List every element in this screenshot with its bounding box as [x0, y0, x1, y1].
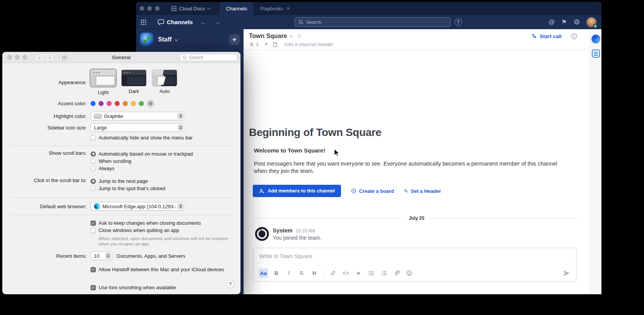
playbooks-app-icon[interactable]	[592, 50, 600, 58]
team-globe-icon[interactable]	[140, 33, 154, 46]
scroll-bars-row: Show scroll bars: Automatically based on…	[2, 150, 240, 172]
accent-red[interactable]	[115, 101, 120, 106]
show-all-preferences-button[interactable]	[59, 54, 70, 61]
highlight-color-select[interactable]: Graphite	[91, 112, 185, 120]
default-browser-select[interactable]: Microsoft Edge.app (104.0.1293.63)	[91, 202, 185, 211]
minimize-window-button[interactable]	[147, 6, 152, 11]
scrollclick-option-next-page[interactable]: Jump to the next page	[91, 177, 165, 185]
history-forward-button[interactable]: →	[214, 19, 221, 25]
italic-button[interactable]: I	[284, 269, 293, 278]
heading-button[interactable]: H	[310, 269, 319, 278]
tab-playbooks[interactable]: Playbooks ×	[254, 2, 296, 15]
global-search-box[interactable]	[295, 17, 451, 27]
message-author[interactable]: System	[273, 227, 293, 234]
search-input[interactable]	[306, 20, 447, 25]
user-avatar[interactable]: ✓	[586, 17, 596, 27]
radio-selected[interactable]	[91, 151, 96, 157]
font-smoothing-checkbox[interactable]: ✓	[91, 285, 96, 290]
quote-button[interactable]: “	[354, 269, 363, 278]
radio[interactable]	[91, 159, 96, 164]
radio-selected[interactable]	[91, 179, 96, 184]
back-button[interactable]: ‹	[35, 54, 44, 61]
team-name-menu[interactable]: Staff	[158, 36, 178, 43]
close-window-button[interactable]	[140, 6, 144, 11]
handoff-option[interactable]: ✓ Allow Handoff between this Mac and you…	[91, 266, 224, 273]
link-button[interactable]	[328, 269, 338, 278]
numbered-list-button[interactable]: 1 2	[379, 269, 389, 278]
start-call-button[interactable]: Start call	[532, 33, 562, 39]
accent-graphite-selected[interactable]	[147, 100, 154, 107]
send-message-button[interactable]	[563, 270, 570, 277]
boards-app-icon[interactable]	[591, 35, 600, 43]
sidebar-icon-size-select[interactable]: Large	[91, 123, 185, 132]
history-back-button[interactable]: ←	[201, 19, 207, 25]
message-input[interactable]	[259, 253, 570, 259]
channel-name[interactable]: Town Square	[249, 33, 287, 40]
appearance-thumb-light[interactable]	[91, 70, 116, 86]
radio[interactable]	[91, 186, 96, 191]
accent-pink[interactable]	[107, 101, 112, 106]
forward-button[interactable]: ›	[44, 54, 54, 61]
hide-menu-bar-option[interactable]: Automatically hide and show the menu bar	[91, 134, 193, 141]
hide-menu-bar-checkbox[interactable]	[91, 135, 96, 141]
tab-channels[interactable]: Channels	[219, 2, 254, 15]
prefs-search-field[interactable]	[180, 54, 237, 61]
appearance-option-dark[interactable]: Dark	[121, 70, 147, 95]
appearance-thumb-auto[interactable]	[152, 70, 177, 86]
saved-posts-flag-icon[interactable]: ⚑	[562, 19, 567, 25]
radio[interactable]	[91, 166, 96, 171]
start-call-label: Start call	[540, 33, 562, 39]
prefs-search-input[interactable]	[189, 55, 235, 60]
emoji-button[interactable]	[405, 269, 414, 278]
add-channel-header-button[interactable]: Add a channel header	[284, 41, 333, 47]
pinned-posts-icon[interactable]	[263, 42, 268, 47]
create-board-button[interactable]: Create a board	[351, 188, 394, 194]
appearance-thumb-dark[interactable]	[121, 70, 147, 86]
message-composer[interactable]: Aa B I S H <> “	[253, 248, 576, 282]
help-icon[interactable]: ?	[455, 18, 462, 26]
minimize-window-button[interactable]	[15, 55, 20, 60]
bulleted-list-button[interactable]	[367, 269, 376, 278]
accent-purple[interactable]	[99, 101, 104, 106]
close-window-button[interactable]	[7, 55, 12, 60]
zoom-window-button[interactable]	[23, 55, 27, 60]
chevron-down-icon[interactable]	[290, 34, 293, 37]
close-tab-icon[interactable]: ×	[287, 6, 290, 11]
close-windows-option[interactable]: Close windows when quitting an app	[91, 227, 179, 234]
code-button[interactable]: <>	[341, 269, 350, 278]
keep-changes-checkbox[interactable]: ✓	[91, 220, 96, 226]
strikethrough-button[interactable]: S	[297, 269, 306, 278]
channel-files-icon[interactable]	[272, 42, 278, 47]
show-formatting-button[interactable]: Aa	[259, 269, 268, 278]
add-members-button[interactable]: Add members to this channel	[253, 185, 341, 197]
close-windows-checkbox[interactable]	[91, 228, 96, 233]
handoff-checkbox[interactable]: ✓	[91, 267, 96, 272]
product-switcher-icon[interactable]	[140, 19, 146, 25]
window-controls	[2, 55, 27, 60]
scrollbars-option-when-scrolling[interactable]: When scrolling	[91, 158, 193, 165]
font-smoothing-option[interactable]: ✓ Use font smoothing when available	[91, 284, 176, 291]
server-selector[interactable]: Cloud Docs	[171, 6, 210, 12]
add-channel-button[interactable]: +	[229, 34, 240, 45]
appearance-option-light[interactable]: Light	[91, 70, 116, 95]
set-header-button[interactable]: ✎ Set a Header	[404, 188, 441, 194]
attachment-button[interactable]	[392, 269, 401, 278]
appearance-option-auto[interactable]: Auto	[152, 70, 177, 95]
settings-gear-icon[interactable]: ⚙	[573, 18, 580, 26]
accent-green[interactable]	[139, 101, 144, 106]
accent-yellow[interactable]	[131, 101, 136, 106]
accent-blue[interactable]	[91, 101, 96, 106]
channel-info-icon[interactable]	[571, 33, 577, 40]
zoom-window-button[interactable]	[155, 6, 160, 11]
scrollclick-option-spot-clicked[interactable]: Jump to the spot that’s clicked	[91, 185, 165, 192]
scrollbars-option-auto[interactable]: Automatically based on mouse or trackpad	[91, 150, 193, 158]
accent-orange[interactable]	[123, 101, 128, 106]
scrollbars-option-always[interactable]: Always	[91, 165, 193, 172]
mentions-icon[interactable]: @	[548, 19, 555, 25]
help-button[interactable]: ?	[226, 280, 234, 288]
keep-changes-option[interactable]: ✓ Ask to keep changes when closing docum…	[91, 219, 201, 227]
recent-items-select[interactable]: 10	[91, 252, 113, 260]
member-count[interactable]: 1	[249, 41, 259, 47]
favorite-star-icon[interactable]: ☆	[297, 33, 302, 40]
bold-button[interactable]: B	[272, 269, 281, 278]
